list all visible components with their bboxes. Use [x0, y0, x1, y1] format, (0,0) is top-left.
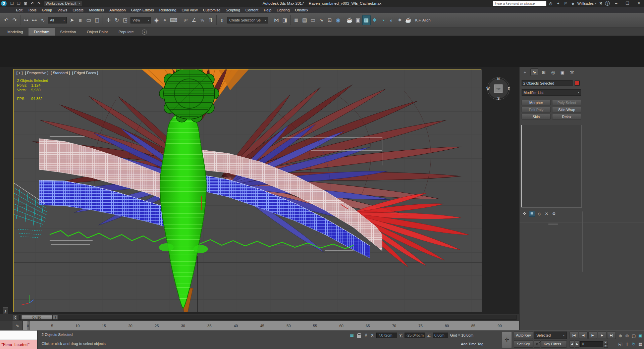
- viewport-menu-style[interactable]: [ Standard ]: [51, 71, 70, 75]
- open-file-icon[interactable]: ❐: [15, 0, 22, 6]
- set-key-button[interactable]: Set Key: [514, 340, 533, 348]
- layer-explorer-icon[interactable]: ▤: [301, 15, 309, 25]
- key-filters-button[interactable]: Key Filters...: [541, 340, 567, 348]
- set-keys-button[interactable]: ✛: [502, 332, 512, 348]
- mini-curve-editor-button[interactable]: ∿: [12, 321, 23, 330]
- add-time-tag[interactable]: Add Time Tag: [461, 342, 483, 346]
- relax-button[interactable]: Relax: [552, 114, 581, 119]
- next-frame-button[interactable]: ❯: [53, 315, 58, 319]
- select-by-name-icon[interactable]: ≡: [76, 15, 85, 25]
- menu-item[interactable]: Help: [261, 8, 274, 12]
- zoom-extents-icon[interactable]: ▢: [631, 332, 637, 340]
- key-selection-dropdown[interactable]: Selected ▾: [534, 332, 567, 339]
- menu-item[interactable]: Customize: [200, 8, 223, 12]
- zoom-region-icon[interactable]: ◱: [617, 340, 624, 348]
- listener-macro-line[interactable]: [0, 331, 37, 340]
- pan-icon[interactable]: ✛: [624, 340, 630, 348]
- viewport-menu-view[interactable]: [ Perspective ]: [25, 71, 49, 75]
- kf-align-button[interactable]: K.F. Align: [415, 18, 431, 22]
- tab-freeform[interactable]: Freeform: [29, 28, 55, 36]
- key-mode-icon[interactable]: [534, 340, 540, 348]
- panel-scrollbar[interactable]: [582, 211, 583, 272]
- auto-key-button[interactable]: Auto Key: [514, 332, 533, 339]
- a360-icon[interactable]: ✖: [598, 0, 604, 6]
- rendered-frame-window-icon[interactable]: ▣: [354, 15, 362, 25]
- selection-filter-dropdown[interactable]: All ▾: [48, 17, 67, 23]
- menu-item[interactable]: Create: [70, 8, 86, 12]
- window-crossing-icon[interactable]: ◫: [93, 15, 101, 25]
- orbit-icon[interactable]: ↻: [631, 340, 637, 348]
- zoom-all-icon[interactable]: ⊛: [624, 332, 630, 340]
- select-and-scale-icon[interactable]: ◳: [121, 15, 129, 25]
- next-frame-button[interactable]: ▶: [598, 332, 606, 339]
- previous-key-button[interactable]: ◀: [570, 340, 574, 348]
- viewport-menu-shading[interactable]: [ Edged Faces ]: [72, 71, 98, 75]
- save-file-icon[interactable]: ▣: [22, 0, 29, 6]
- wireframe-color-swatch[interactable]: [575, 81, 580, 86]
- object-name-field[interactable]: 2 Objects Selected: [522, 80, 573, 86]
- rollout-grip[interactable]: [548, 223, 558, 225]
- menu-item[interactable]: Civil View: [179, 8, 200, 12]
- show-end-result-icon[interactable]: ≣: [529, 211, 535, 217]
- menu-item[interactable]: Modifiers: [86, 8, 107, 12]
- maximize-button[interactable]: ❐: [623, 0, 633, 6]
- menu-item[interactable]: Edit: [13, 8, 25, 12]
- pin-stack-icon[interactable]: ✜: [521, 211, 528, 217]
- maxscript-mini-listener[interactable]: "Menu Loaded": [0, 331, 38, 349]
- undo-icon[interactable]: ↶: [29, 0, 36, 6]
- arnold-render-icon[interactable]: ◐: [387, 15, 396, 25]
- tab-utilities-icon[interactable]: ⚒: [568, 68, 576, 76]
- viewport-canvas-icon[interactable]: ▦: [362, 15, 371, 25]
- ribbon-config-icon[interactable]: ▾: [142, 30, 147, 35]
- select-and-manipulate-icon[interactable]: ⌖: [161, 15, 169, 25]
- render-setup-icon[interactable]: ☕: [345, 15, 354, 25]
- material-editor-icon[interactable]: ◉: [334, 15, 342, 25]
- lighting-analysis-icon[interactable]: ◔: [379, 15, 387, 25]
- menu-item[interactable]: Views: [55, 8, 70, 12]
- redo-icon[interactable]: ↷: [10, 15, 19, 25]
- menu-item[interactable]: Animation: [107, 8, 128, 12]
- current-frame-marker[interactable]: [28, 321, 30, 330]
- undo-icon[interactable]: ↶: [2, 15, 10, 25]
- current-frame-field[interactable]: 0: [580, 341, 603, 347]
- search-input[interactable]: [493, 1, 546, 6]
- z-coordinate-field[interactable]: 0.0cm: [433, 333, 448, 338]
- go-to-start-button[interactable]: |◀: [570, 332, 578, 339]
- named-selection-dropdown[interactable]: Create Selection Se ▾: [227, 17, 268, 23]
- menu-item[interactable]: Tools: [25, 8, 39, 12]
- percent-snap-icon[interactable]: %: [198, 15, 207, 25]
- x-coordinate-field[interactable]: 7.072cm: [376, 333, 397, 338]
- frame-spin-up-icon[interactable]: ▲: [604, 341, 608, 344]
- curve-editor-icon[interactable]: ∿: [317, 15, 326, 25]
- select-and-move-icon[interactable]: ✛: [104, 15, 113, 25]
- mirror-icon[interactable]: ⋈: [272, 15, 281, 25]
- close-button[interactable]: ✕: [634, 0, 644, 6]
- previous-frame-button[interactable]: ◀: [579, 332, 588, 339]
- edit-named-selection-sets-icon[interactable]: {}: [218, 15, 226, 25]
- angle-snap-icon[interactable]: ∠: [190, 15, 198, 25]
- morpher-button[interactable]: Morpher: [522, 100, 551, 105]
- tab-hierarchy-icon[interactable]: ⊞: [540, 68, 548, 76]
- reference-coordinate-dropdown[interactable]: View ▾: [130, 17, 151, 23]
- selection-lock-icon[interactable]: [357, 335, 361, 338]
- render-production-icon[interactable]: ☕: [404, 15, 413, 25]
- perspective-viewport[interactable]: [ + ] [ Perspective ] [ Standard ] [ Edg…: [13, 69, 481, 312]
- new-scene-icon[interactable]: ❏: [9, 0, 15, 6]
- listener-output-line[interactable]: "Menu Loaded": [0, 340, 37, 349]
- absolute-offset-toggle-icon[interactable]: #: [363, 332, 369, 338]
- plugin-extra-icon[interactable]: ✶: [396, 15, 404, 25]
- configure-modifier-sets-icon[interactable]: ⚙: [551, 211, 557, 217]
- tab-display-icon[interactable]: ▣: [558, 68, 567, 76]
- selection-region-icon[interactable]: ▭: [85, 15, 93, 25]
- tab-create-icon[interactable]: +: [521, 68, 529, 76]
- tab-modeling[interactable]: Modeling: [2, 28, 29, 36]
- select-and-link-icon[interactable]: ⊶: [22, 15, 30, 25]
- menu-item[interactable]: Group: [39, 8, 55, 12]
- play-button[interactable]: ▶: [588, 332, 597, 339]
- menu-item[interactable]: Rendering: [157, 8, 179, 12]
- viewport-canvas[interactable]: [14, 69, 482, 312]
- modifier-list-dropdown[interactable]: Modifier List ▾: [522, 89, 581, 96]
- tab-modify-icon[interactable]: ∿: [530, 68, 538, 76]
- community-icon[interactable]: ⚐: [562, 0, 569, 6]
- y-coordinate-field[interactable]: -25.045cm: [405, 333, 425, 338]
